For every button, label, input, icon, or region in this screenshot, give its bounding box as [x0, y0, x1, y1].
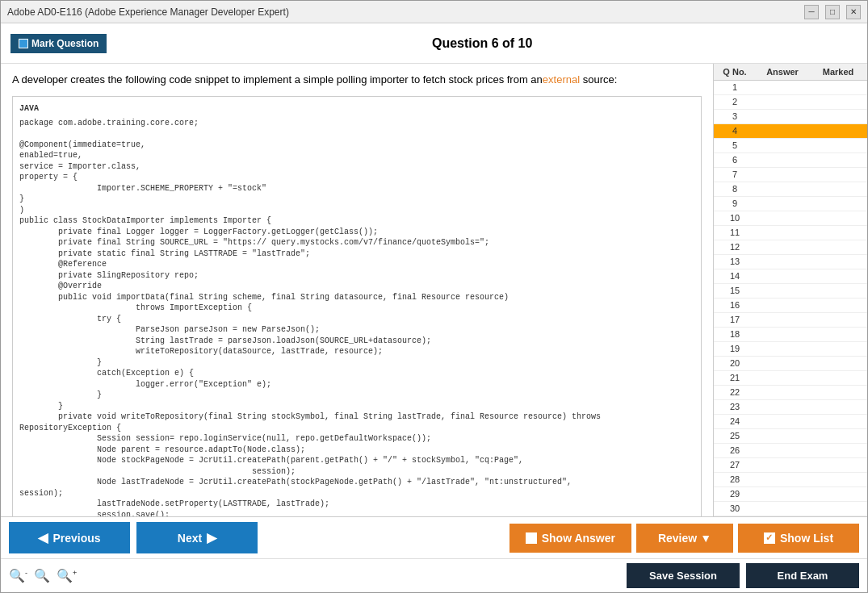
sidebar-row-num: 29 [719, 489, 751, 499]
sidebar-row-answer [751, 431, 814, 441]
sidebar-row-num: 22 [719, 387, 751, 398]
sidebar-row[interactable]: 27 [714, 458, 867, 473]
sidebar-row-answer [751, 126, 814, 136]
maximize-button[interactable]: □ [825, 5, 840, 19]
save-session-label: Save Session [649, 570, 717, 582]
sidebar-row[interactable]: 8 [714, 182, 867, 197]
sidebar-header: Q No. Answer Marked [714, 64, 867, 81]
sidebar-row-answer [751, 140, 814, 151]
sidebar-row-num: 9 [719, 198, 751, 209]
sidebar-row-marked [814, 416, 862, 427]
sidebar-row-marked [814, 431, 862, 441]
bottom-nav-bar: ◀ Previous Next ▶ Show Answer Review ▼ ✓… [1, 516, 867, 558]
sidebar-row-marked [814, 155, 862, 165]
sidebar-panel: Q No. Answer Marked 12345678910111213141… [714, 64, 867, 516]
sidebar-row-num: 11 [719, 228, 751, 238]
sidebar-row[interactable]: 7 [714, 168, 867, 182]
sidebar-row[interactable]: 4 [714, 124, 867, 139]
bottom-row2: 🔍- 🔍 🔍+ Save Session End Exam [1, 558, 867, 592]
sidebar-row-num: 23 [719, 402, 751, 412]
sidebar-row-answer [751, 503, 814, 514]
sidebar-row[interactable]: 13 [714, 255, 867, 269]
next-button[interactable]: Next ▶ [136, 522, 258, 553]
save-session-button[interactable]: Save Session [627, 563, 740, 588]
sidebar-row-marked [814, 257, 862, 267]
sidebar-row[interactable]: 2 [714, 95, 867, 110]
sidebar-row[interactable]: 10 [714, 211, 867, 226]
zoom-normal-button[interactable]: 🔍 [34, 568, 50, 583]
sidebar-row-num: 24 [719, 416, 751, 427]
review-dropdown-icon: ▼ [700, 532, 711, 545]
sidebar-row-answer [751, 460, 814, 470]
sidebar-row-marked [814, 169, 862, 180]
sidebar-row-answer [751, 489, 814, 499]
sidebar-row[interactable]: 19 [714, 342, 867, 357]
sidebar-row[interactable]: 17 [714, 313, 867, 328]
sidebar-row-marked [814, 387, 862, 398]
sidebar-row[interactable]: 26 [714, 444, 867, 458]
sidebar-row-answer [751, 82, 814, 93]
sidebar-row[interactable]: 12 [714, 240, 867, 255]
sidebar-row[interactable]: 30 [714, 502, 867, 516]
sidebar-row[interactable]: 3 [714, 110, 867, 124]
sidebar-row-num: 20 [719, 358, 751, 369]
question-intro: A developer creates the following code s… [12, 72, 702, 88]
question-title: Question 6 of 10 [107, 36, 858, 51]
sidebar-row[interactable]: 22 [714, 386, 867, 400]
sidebar-row-marked [814, 300, 862, 311]
middle-buttons: Show Answer Review ▼ ✓ Show List [509, 524, 859, 553]
sidebar-col-answer: Answer [751, 67, 814, 77]
sidebar-row[interactable]: 29 [714, 487, 867, 502]
sidebar-row-marked [814, 315, 862, 325]
show-list-check-icon: ✓ [764, 532, 775, 544]
sidebar-row-num: 15 [719, 286, 751, 296]
sidebar-row-marked [814, 503, 862, 514]
sidebar-row[interactable]: 9 [714, 197, 867, 211]
sidebar-row-answer [751, 228, 814, 238]
sidebar-row-answer [751, 286, 814, 296]
sidebar-row-answer [751, 358, 814, 369]
sidebar-row-marked [814, 184, 862, 194]
sidebar-row[interactable]: 16 [714, 299, 867, 313]
mark-question-button[interactable]: Mark Question [10, 34, 107, 53]
session-buttons: Save Session End Exam [627, 563, 859, 588]
previous-button[interactable]: ◀ Previous [9, 522, 130, 553]
sidebar-row[interactable]: 28 [714, 473, 867, 487]
sidebar-row-marked [814, 402, 862, 412]
zoom-out-button[interactable]: 🔍- [9, 568, 27, 583]
sidebar-row-num: 27 [719, 460, 751, 470]
sidebar-row[interactable]: 5 [714, 139, 867, 153]
show-answer-button[interactable]: Show Answer [509, 524, 631, 553]
question-panel: A developer creates the following code s… [1, 64, 714, 516]
sidebar-row[interactable]: 18 [714, 328, 867, 342]
sidebar-row-num: 7 [719, 169, 751, 180]
sidebar-row[interactable]: 25 [714, 429, 867, 444]
sidebar-row[interactable]: 20 [714, 357, 867, 371]
sidebar-row[interactable]: 15 [714, 284, 867, 299]
sidebar-row-answer [751, 373, 814, 383]
show-list-button[interactable]: ✓ Show List [738, 524, 859, 553]
zoom-in-button[interactable]: 🔍+ [57, 568, 77, 583]
close-button[interactable]: ✕ [846, 5, 861, 19]
sidebar-row[interactable]: 1 [714, 81, 867, 95]
sidebar-row-marked [814, 242, 862, 253]
review-button[interactable]: Review ▼ [636, 524, 733, 553]
window-controls: ─ □ ✕ [804, 5, 861, 19]
sidebar-row-num: 19 [719, 344, 751, 354]
previous-label: Previous [52, 532, 100, 545]
sidebar-row[interactable]: 6 [714, 153, 867, 168]
sidebar-row[interactable]: 21 [714, 371, 867, 386]
end-exam-button[interactable]: End Exam [746, 563, 859, 588]
sidebar-row-num: 3 [719, 111, 751, 122]
sidebar-row-answer [751, 329, 814, 340]
title-bar: Adobe AD0-E116 (Adobe Experience Manager… [1, 1, 867, 23]
show-list-label: Show List [780, 532, 833, 545]
sidebar-row[interactable]: 11 [714, 226, 867, 240]
minimize-button[interactable]: ─ [804, 5, 819, 19]
sidebar-row-answer [751, 169, 814, 180]
sidebar-row[interactable]: 14 [714, 269, 867, 284]
sidebar-row[interactable]: 24 [714, 415, 867, 429]
sidebar-row-num: 14 [719, 271, 751, 282]
sidebar-row-answer [751, 213, 814, 223]
sidebar-row[interactable]: 23 [714, 400, 867, 415]
